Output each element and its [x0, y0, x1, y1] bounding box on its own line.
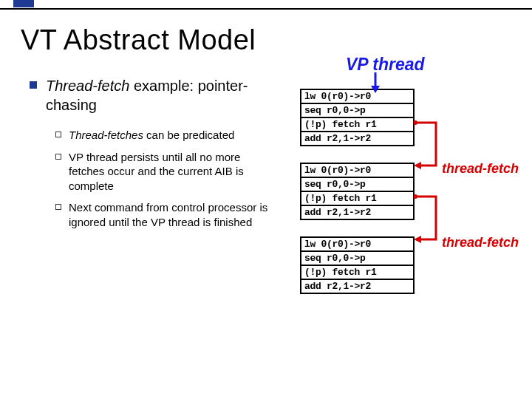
hollow-square-icon	[55, 204, 61, 210]
aib-block: lw 0(r0)->r0 seq r0,0->p (!p) fetch r1 a…	[300, 163, 415, 220]
bullet-l2-rest: Next command from control processor is i…	[69, 201, 267, 228]
bullet-l2-text: VP thread persists until all no more fet…	[69, 150, 273, 194]
code-line: lw 0(r0)->r0	[301, 90, 413, 104]
code-line: (!p) fetch r1	[301, 118, 413, 132]
header-accent	[13, 0, 34, 7]
bullet-l2-text: Thread-fetches can be predicated	[69, 128, 234, 143]
hollow-square-icon	[55, 132, 61, 137]
code-line: seq r0,0->p	[301, 252, 413, 266]
code-line: (!p) fetch r1	[301, 266, 413, 280]
code-line: add r2,1->r2	[301, 206, 413, 219]
code-line: seq r0,0->p	[301, 104, 413, 118]
square-bullet-icon	[30, 81, 37, 89]
thread-fetch-label: thread-fetch	[442, 235, 519, 250]
aib-block: lw 0(r0)->r0 seq r0,0->p (!p) fetch r1 a…	[300, 236, 415, 294]
content-area: Thread-fetch example: pointer-chasing Th…	[0, 56, 532, 236]
bullet-l2-text: Next command from control processor is i…	[69, 200, 273, 229]
sub-bullets: Thread-fetches can be predicated VP thre…	[30, 128, 273, 229]
code-line: lw 0(r0)->r0	[301, 164, 413, 178]
code-line: lw 0(r0)->r0	[301, 238, 413, 252]
thread-fetch-label: thread-fetch	[442, 161, 519, 177]
slide-title: VT Abstract Model	[21, 24, 532, 56]
code-line: seq r0,0->p	[301, 178, 413, 192]
code-line: (!p) fetch r1	[301, 192, 413, 206]
code-line: add r2,1->r2	[301, 280, 413, 293]
bullet-level2: Next command from control processor is i…	[55, 200, 273, 229]
bullet-l2-rest: can be predicated	[143, 129, 234, 141]
header-rule	[0, 0, 532, 10]
aib-block: lw 0(r0)->r0 seq r0,0->p (!p) fetch r1 a…	[300, 89, 415, 146]
vp-thread-label: VP thread	[346, 55, 425, 75]
code-column: lw 0(r0)->r0 seq r0,0->p (!p) fetch r1 a…	[296, 89, 517, 310]
bullet-level2: Thread-fetches can be predicated	[55, 128, 273, 143]
text-column: Thread-fetch example: pointer-chasing Th…	[0, 77, 273, 236]
bullet-level1: Thread-fetch example: pointer-chasing	[30, 77, 273, 115]
bullet-l1-em: Thread-fetch	[46, 78, 129, 94]
bullet-l2-em: Thread-fetches	[69, 129, 143, 141]
bullet-l1-text: Thread-fetch example: pointer-chasing	[46, 77, 273, 115]
bullet-l2-rest: VP thread persists until all no more fet…	[69, 151, 244, 192]
bullet-level2: VP thread persists until all no more fet…	[55, 150, 273, 194]
code-line: add r2,1->r2	[301, 132, 413, 145]
hollow-square-icon	[55, 154, 61, 160]
